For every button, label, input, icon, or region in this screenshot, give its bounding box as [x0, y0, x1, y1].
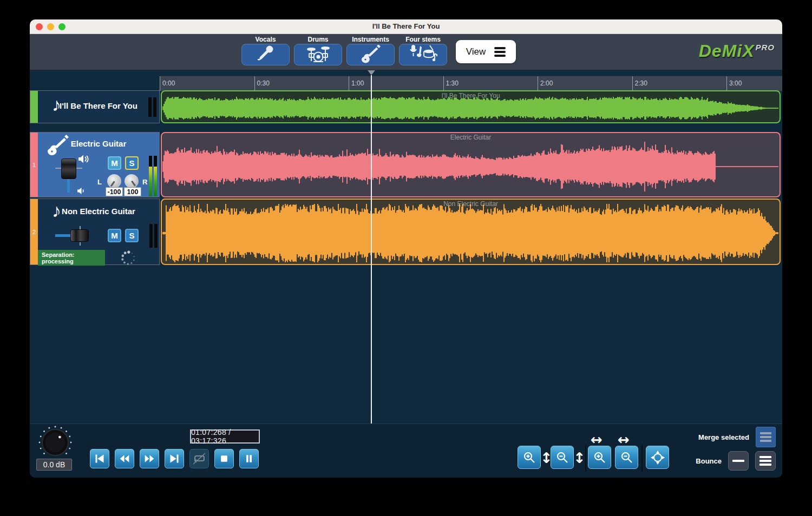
merge-row: Merge selected [698, 427, 776, 447]
track2-clip-label: Electric Guitar [162, 134, 780, 141]
bounce-row: Bounce [696, 451, 776, 471]
time-display: 01:07:268 / 03:17:326 [190, 429, 260, 444]
rewind-button[interactable] [115, 449, 134, 468]
divider [641, 445, 643, 472]
drum-kit-icon [307, 44, 330, 65]
track3-level-meter [149, 224, 158, 248]
instruments-label: Instruments [352, 36, 389, 44]
zoom-in-vertical-button[interactable] [518, 446, 541, 469]
pan-left-value[interactable]: -100 [106, 187, 123, 196]
master-volume-value: 0.0 dB [36, 459, 72, 471]
track2-clip[interactable]: Electric Guitar [161, 132, 781, 197]
microphone-icon [256, 44, 276, 65]
fast-forward-button[interactable] [140, 449, 159, 468]
pan-left-label: L [97, 178, 102, 186]
bounce-single-button[interactable] [728, 451, 749, 471]
track3-mute-button[interactable]: M [108, 229, 121, 242]
track1-clip-label: I'll Be There For You [162, 92, 780, 100]
window-title: I'll Be There For You [30, 22, 782, 30]
pan-right-knob[interactable] [125, 174, 139, 188]
zoom-in-horizontal-button[interactable] [588, 446, 611, 469]
merge-selected-button[interactable] [756, 427, 776, 447]
pan-left-knob[interactable] [107, 174, 121, 188]
track1-header[interactable]: ♪ I'll Be There For You [30, 90, 160, 123]
drums-label: Drums [307, 36, 328, 44]
timeline-ruler[interactable]: 0:000:301:001:302:002:303:00 [160, 76, 782, 91]
bounce-multi-button[interactable] [755, 451, 776, 471]
volume-fader-knob[interactable] [61, 158, 76, 179]
pan-right-value[interactable]: 100 [124, 187, 141, 196]
divider [585, 445, 586, 472]
ruler-tick: 2:30 [632, 76, 633, 91]
ruler-tick: 1:00 [349, 76, 349, 91]
track3-title: Non Electric Guitar [38, 207, 159, 216]
track-row: ♪ I'll Be There For You I'll Be There Fo… [30, 90, 782, 123]
transport-buttons [90, 449, 259, 468]
fit-view-button[interactable] [646, 446, 669, 469]
demix-pro-logo: DeMiX PRO [699, 41, 775, 61]
track2-mute-button[interactable]: M [108, 156, 121, 170]
four-stems-group: Four stems [399, 36, 447, 65]
drums-button[interactable] [294, 44, 342, 65]
volume-fader-knob[interactable] [70, 229, 89, 242]
speaker-loud-icon [78, 154, 90, 166]
track-row: 1 Electric Guitar [30, 132, 782, 197]
ruler-tick: 0:00 [160, 76, 160, 91]
track-row: 2 ♪ Non Electric Guitar M S Separation: … [30, 199, 782, 265]
ruler-tick: 0:30 [254, 76, 255, 91]
skip-to-start-button[interactable] [90, 449, 109, 468]
track3-waveform [162, 200, 780, 264]
ruler-tick: 1:30 [443, 76, 444, 91]
track3-clip[interactable]: Non Electric Guitar [161, 199, 781, 265]
zoom-out-horizontal-button[interactable] [615, 446, 638, 469]
track3-panel: ♪ Non Electric Guitar M S Separation: pr… [38, 199, 159, 264]
zoom-out-vertical-button[interactable] [551, 446, 574, 469]
master-volume-knob[interactable] [37, 425, 73, 460]
vertical-arrows-icon: ↕ [573, 449, 586, 466]
loop-button[interactable] [189, 449, 209, 468]
vocals-group: Vocals [241, 36, 290, 65]
track2-title: Electric Guitar [38, 139, 159, 148]
app-window: I'll Be There For You Vocals Drums [30, 19, 782, 478]
title-bar: I'll Be There For You [30, 19, 782, 34]
electric-guitar-icon[interactable] [346, 44, 395, 65]
merge-selected-label: Merge selected [698, 433, 749, 441]
pan-right-label: R [142, 178, 147, 186]
bounce-actions: Merge selected Bounce [696, 427, 776, 471]
playhead-marker-icon[interactable] [368, 70, 375, 75]
ruler-tick: 3:00 [726, 76, 727, 91]
processing-spinner-icon [119, 249, 137, 267]
track2-number: 1 [32, 162, 36, 168]
logo-suffix: PRO [755, 43, 775, 52]
track1-level-meter [148, 97, 156, 117]
instruments-group: Instruments [346, 36, 395, 65]
track1-clip[interactable]: I'll Be There For You [161, 90, 781, 123]
main-toolbar: Vocals Drums [30, 34, 782, 70]
track2-panel: Electric Guitar [38, 133, 159, 197]
skip-to-end-button[interactable] [165, 449, 184, 468]
pause-button[interactable] [239, 449, 259, 468]
four-stems-button[interactable] [399, 44, 447, 65]
speaker-quiet-icon [77, 187, 86, 197]
logo-brand: DeMiX [699, 41, 755, 61]
track2-solo-button[interactable]: S [125, 156, 139, 170]
track2-waveform [162, 133, 780, 196]
stop-button[interactable] [214, 449, 234, 468]
view-button[interactable]: View [456, 40, 516, 63]
track3-solo-button[interactable]: S [125, 229, 139, 242]
track1-panel: ♪ I'll Be There For You [38, 91, 159, 123]
vocals-button[interactable] [241, 44, 290, 65]
four-stems-icon [409, 44, 437, 65]
view-menu-icon [494, 47, 506, 57]
playhead-line[interactable] [371, 75, 372, 424]
transport-bar: 0.0 dB 01:07:268 / 03:17:326 [30, 424, 782, 478]
arrange-area: 0:000:301:001:302:002:303:00 ♪ I'll Be T… [30, 70, 782, 424]
separation-buttons: Vocals Drums [241, 36, 447, 65]
track3-header[interactable]: 2 ♪ Non Electric Guitar M S Separation: … [30, 199, 160, 265]
track3-color-strip: 2 [30, 199, 38, 264]
track2-color-strip: 1 [30, 133, 38, 197]
track2-header[interactable]: 1 Electric Guitar [30, 132, 160, 197]
track1-color-strip [30, 91, 38, 123]
vocals-label: Vocals [256, 36, 276, 44]
track1-title: I'll Be There For You [38, 101, 159, 110]
